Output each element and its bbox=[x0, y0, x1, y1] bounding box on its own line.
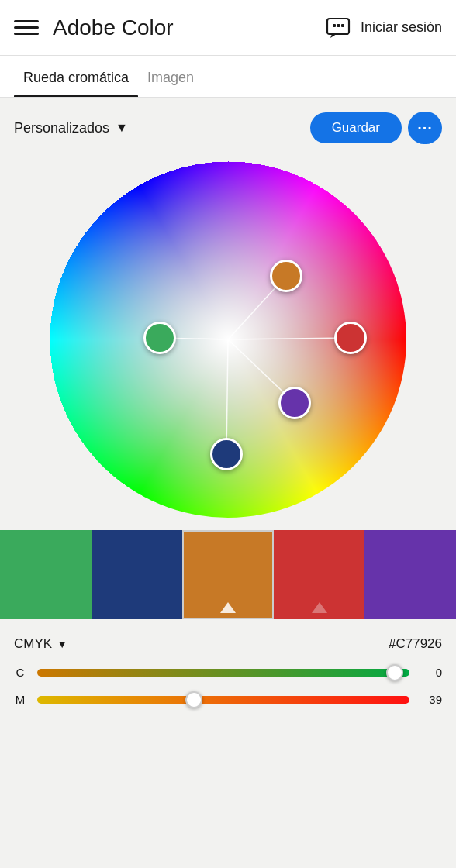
color-info-bar: CMYK ▼ #C77926 bbox=[0, 619, 456, 660]
slider-row-c: C0 bbox=[14, 666, 442, 679]
color-wheel[interactable] bbox=[50, 161, 406, 518]
app-title: Adobe Color bbox=[53, 16, 323, 40]
hex-value: #C77926 bbox=[389, 636, 442, 652]
svg-rect-2 bbox=[337, 24, 340, 27]
svg-rect-3 bbox=[341, 24, 344, 27]
swatches-row bbox=[0, 530, 456, 619]
slider-label-m: M bbox=[14, 693, 26, 706]
slider-row-m: M39 bbox=[14, 693, 442, 706]
preset-selector[interactable]: Personalizados ▼ bbox=[14, 120, 128, 136]
node-purple[interactable] bbox=[278, 387, 311, 419]
svg-rect-1 bbox=[333, 24, 336, 27]
swatch-2[interactable] bbox=[92, 530, 183, 619]
node-orange[interactable] bbox=[270, 260, 302, 292]
color-mode-chevron-icon: ▼ bbox=[57, 638, 67, 650]
swatch-selected-arrow bbox=[220, 602, 236, 613]
toolbar: Personalizados ▼ Guardar ··· bbox=[0, 98, 456, 153]
color-wheel-container bbox=[0, 153, 456, 530]
more-button[interactable]: ··· bbox=[408, 112, 442, 144]
color-mode-label: CMYK bbox=[14, 636, 52, 652]
slider-value-c: 0 bbox=[420, 666, 442, 679]
tab-rueda[interactable]: Rueda cromática bbox=[14, 56, 138, 97]
slider-track-m[interactable] bbox=[37, 696, 409, 704]
chat-button[interactable] bbox=[323, 13, 353, 43]
menu-button[interactable] bbox=[14, 16, 39, 40]
color-mode-selector[interactable]: CMYK ▼ bbox=[14, 636, 67, 652]
slider-track-c[interactable] bbox=[37, 669, 409, 677]
tab-imagen[interactable]: Imagen bbox=[138, 56, 203, 97]
app-header: Adobe Color Iniciar sesión bbox=[0, 0, 456, 56]
swatch-1[interactable] bbox=[0, 530, 92, 619]
slider-label-c: C bbox=[14, 666, 26, 679]
swatch-3[interactable] bbox=[182, 530, 274, 619]
swatch-4[interactable] bbox=[274, 530, 365, 619]
toolbar-actions: Guardar ··· bbox=[310, 112, 442, 144]
node-green[interactable] bbox=[143, 322, 176, 354]
chat-icon bbox=[326, 16, 351, 40]
sliders-section: C0M39 bbox=[0, 660, 456, 739]
node-red[interactable] bbox=[334, 322, 367, 354]
tabs-nav: Rueda cromática Imagen bbox=[0, 56, 456, 98]
swatch-5[interactable] bbox=[364, 530, 456, 619]
slider-thumb-m[interactable] bbox=[185, 691, 202, 708]
preset-chevron-icon: ▼ bbox=[116, 121, 128, 135]
swatch-selected-arrow bbox=[312, 602, 327, 613]
login-button[interactable]: Iniciar sesión bbox=[361, 19, 442, 36]
node-navy[interactable] bbox=[210, 438, 243, 470]
preset-label: Personalizados bbox=[14, 120, 109, 136]
slider-value-m: 39 bbox=[420, 693, 442, 706]
slider-thumb-c[interactable] bbox=[386, 664, 403, 681]
save-button[interactable]: Guardar bbox=[310, 112, 402, 143]
